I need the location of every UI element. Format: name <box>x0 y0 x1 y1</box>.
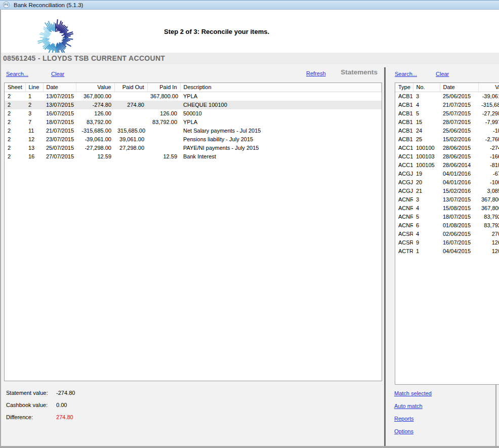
table-row[interactable]: ACNR518/07/201583,792 <box>395 213 499 221</box>
table-row[interactable]: ACNR415/08/2015367,800 <box>395 204 499 213</box>
cell-date: 28/06/2014 <box>440 161 478 170</box>
cell-value: -2,760 <box>478 135 499 144</box>
cell-no: 21 <box>413 187 440 195</box>
table-row[interactable]: ACB12515/02/2016-2,760 <box>395 135 499 144</box>
window-border-bottom <box>0 446 499 448</box>
statements-clear-link[interactable]: Clear <box>51 71 64 77</box>
cell-date: 13/07/2015 <box>43 92 76 101</box>
cell-type: ACB1 <box>395 118 413 127</box>
col-date[interactable]: Date <box>43 83 76 92</box>
table-row[interactable]: 21627/07/201512.5912.59Bank Interest <box>5 152 382 161</box>
cell-value: -7,997 <box>478 118 499 127</box>
table-row[interactable]: ACTR104/04/2015120 <box>395 247 499 256</box>
cell-value: -274 <box>478 144 499 152</box>
cell-no: 6 <box>413 221 440 230</box>
col-paid-out[interactable]: Paid Out <box>114 83 147 92</box>
col-value[interactable]: Value <box>76 83 114 92</box>
cell-paid_out <box>114 152 147 161</box>
col-paid-in[interactable]: Paid In <box>147 83 180 92</box>
table-row[interactable]: ACGJ1904/01/2016-67 <box>395 170 499 178</box>
cell-date: 18/07/2015 <box>440 213 478 221</box>
cashbook-clear-link[interactable]: Clear <box>436 71 449 77</box>
reports-link[interactable]: Reports <box>394 416 414 422</box>
cell-date: 04/01/2016 <box>440 170 478 178</box>
difference-value: 274.80 <box>56 414 73 420</box>
match-selected-link[interactable]: Match selected <box>394 390 432 396</box>
cell-paid_out: 39,061.00 <box>114 135 147 144</box>
cell-description: Net Salary payments - Jul 2015 <box>180 127 382 135</box>
table-row[interactable]: ACB1525/07/2015-27,298 <box>395 109 499 118</box>
cell-line: 2 <box>25 101 43 109</box>
cell-paid_in: 83,792.00 <box>147 118 180 127</box>
cell-type: ACB1 <box>395 127 413 135</box>
col-value[interactable]: Value <box>478 83 499 92</box>
table-row[interactable]: ACB11528/07/2015-7,997 <box>395 118 499 127</box>
table-row[interactable]: ACSR402/06/2015270 <box>395 230 499 238</box>
cell-sheet: 2 <box>5 144 25 152</box>
col-type[interactable]: Type <box>395 83 413 92</box>
cell-date: 21/07/2015 <box>43 127 76 135</box>
table-row[interactable]: 21121/07/2015-315,685.00315,685.00Net Sa… <box>5 127 382 135</box>
options-link[interactable]: Options <box>394 428 413 434</box>
cell-no: 24 <box>413 127 440 135</box>
cell-value: 367,800 <box>478 195 499 204</box>
table-row[interactable]: ACC110010028/06/2015-274 <box>395 144 499 152</box>
cell-no: 4 <box>413 230 440 238</box>
table-row[interactable]: ACB1325/06/2015-39,061 <box>395 92 499 101</box>
col-date[interactable]: Date <box>440 83 478 92</box>
col-description[interactable]: Description <box>180 83 382 92</box>
cell-value: 126 <box>478 238 499 247</box>
cell-type: ACC1 <box>395 152 413 161</box>
table-row[interactable]: ACGJ2115/02/20163,085 <box>395 187 499 195</box>
cell-date: 01/08/2015 <box>440 221 478 230</box>
cell-type: ACNR <box>395 221 413 230</box>
cell-value: -166 <box>478 152 499 161</box>
cell-no: 19 <box>413 170 440 178</box>
table-row[interactable]: ACC110010328/06/2015-166 <box>395 152 499 161</box>
cell-value: 126.00 <box>76 109 114 118</box>
col-sheet[interactable]: Sheet <box>5 83 25 92</box>
statement-value-row: Statement value: -274.80 <box>6 390 75 396</box>
cell-value: -315,685 <box>478 101 499 109</box>
cell-no: 20 <box>413 178 440 187</box>
cell-description: YPLA <box>180 118 382 127</box>
cashbook-search-link[interactable]: Search... <box>395 71 417 77</box>
table-row[interactable]: 2718/07/201583,792.0083,792.00YPLA <box>5 118 382 127</box>
cell-date: 25/06/2015 <box>440 92 478 101</box>
window-border-left <box>0 10 1 446</box>
cell-date: 15/08/2015 <box>440 204 478 213</box>
cell-paid_out <box>114 109 147 118</box>
col-no[interactable]: No. <box>413 83 440 92</box>
table-row[interactable]: 2316/07/2015126.00126.00500010 <box>5 109 382 118</box>
table-row[interactable]: 21325/07/2015-27,298.0027,298.00PAYE/NI … <box>5 144 382 152</box>
table-row[interactable]: ACB12425/06/2015-10 <box>395 127 499 135</box>
table-row[interactable]: ACB1421/07/2015-315,685 <box>395 101 499 109</box>
cell-paid_in <box>147 127 180 135</box>
cell-type: ACGJ <box>395 178 413 187</box>
auto-match-link[interactable]: Auto match <box>394 403 423 409</box>
table-row[interactable]: 2113/07/2015367,800.00367,800.00YPLA <box>5 92 382 101</box>
cell-date: 25/07/2015 <box>43 144 76 152</box>
table-row[interactable]: ACC110010528/06/2014-810 <box>395 161 499 170</box>
table-row[interactable]: ACGJ2004/01/2016-100 <box>395 178 499 187</box>
cell-date: 25/07/2015 <box>440 109 478 118</box>
col-line[interactable]: Line <box>25 83 43 92</box>
cashbook-value: 0.00 <box>56 402 67 408</box>
cell-type: ACTR <box>395 247 413 256</box>
table-row[interactable]: 2213/07/2015-274.80274.80CHEQUE 100100 <box>5 101 382 109</box>
cashbook-value-row: Cashbook value: 0.00 <box>6 402 67 408</box>
difference-label: Difference: <box>6 414 55 420</box>
title-bar: PS Bank Reconciliation (5.1.3) <box>0 0 499 10</box>
account-header: 08561245 - LLOYDS TSB CURRENT ACCOUNT <box>1 53 499 64</box>
cashbook-table: Type No. Date Value ACB1325/06/2015-39,0… <box>395 83 499 385</box>
cashbook-value-label: Cashbook value: <box>6 402 55 408</box>
table-row[interactable]: ACNR313/07/2015367,800 <box>395 195 499 204</box>
cell-no: 3 <box>413 195 440 204</box>
table-row[interactable]: ACNR601/08/201583,792 <box>395 221 499 230</box>
statements-search-link[interactable]: Search... <box>6 71 28 77</box>
cell-value: -39,061 <box>478 92 499 101</box>
table-row[interactable]: ACSR916/07/2015126 <box>395 238 499 247</box>
table-row[interactable]: 21223/07/2015-39,061.0039,061.00Pensions… <box>5 135 382 144</box>
ps-logo-burst-icon <box>35 17 76 58</box>
cell-date: 21/07/2015 <box>440 101 478 109</box>
